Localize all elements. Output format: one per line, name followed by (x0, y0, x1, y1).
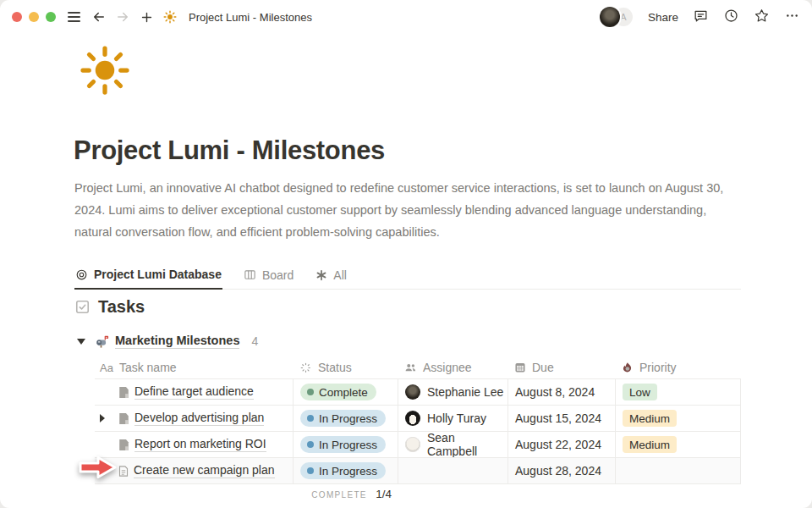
column-header-assignee[interactable]: Assignee (398, 356, 508, 378)
cell-task-name[interactable]: Develop advertising plan (95, 406, 293, 431)
page-sun-icon (160, 7, 180, 27)
status-dot-icon (307, 389, 314, 395)
assignee-people-icon (404, 362, 417, 374)
new-tab-icon[interactable] (136, 7, 156, 27)
notion-window: Project Lumi - Milestones A Share Pr (0, 0, 812, 508)
share-button[interactable]: Share (648, 11, 678, 24)
document-outline-icon (118, 465, 129, 478)
text-property-icon: Aa (100, 362, 113, 374)
cell-status[interactable]: In Progress (293, 406, 398, 431)
cell-task-name[interactable]: Define target audience (95, 379, 293, 405)
status-burst-icon (299, 362, 312, 374)
tasks-section-heading: Tasks (74, 297, 145, 317)
cell-assignee[interactable] (398, 458, 508, 483)
asterisk-icon (315, 269, 327, 281)
close-window-button[interactable] (12, 12, 22, 22)
cell-assignee[interactable]: Sean Campbell (398, 432, 508, 457)
cell-status[interactable]: In Progress (293, 432, 398, 457)
column-header-due[interactable]: Due (508, 356, 615, 378)
window-tab-title: Project Lumi - Milestones (189, 11, 312, 24)
status-dot-icon (307, 441, 314, 448)
status-badge: In Progress (300, 462, 386, 479)
comments-icon[interactable] (693, 8, 709, 27)
page-emoji-sun-icon[interactable] (80, 45, 130, 96)
cell-due[interactable]: August 28, 2024 (508, 458, 615, 483)
cell-assignee[interactable]: Holly Turay (398, 406, 508, 431)
cell-status[interactable]: Complete (293, 379, 398, 405)
column-header-status[interactable]: Status (293, 356, 398, 378)
status-badge: In Progress (300, 410, 386, 427)
calc-label: COMPLETE (311, 490, 366, 500)
cell-status[interactable]: In Progress (293, 458, 398, 483)
status-dot-icon (307, 415, 314, 422)
cell-due[interactable]: August 15, 2024 (508, 406, 615, 431)
tasks-table: Aa Task name Status Assignee Due Priorit… (95, 356, 741, 484)
status-column-calculation[interactable]: COMPLETE 1/4 (293, 486, 392, 501)
click-indicator-icon (77, 455, 118, 480)
back-icon[interactable] (89, 7, 109, 27)
column-header-task-name[interactable]: Aa Task name (95, 356, 293, 378)
status-badge: Complete (300, 384, 376, 400)
cell-priority[interactable] (615, 458, 741, 483)
table-row[interactable]: Define target audience Complete Stephani… (95, 379, 741, 406)
group-toggle-icon[interactable] (77, 339, 85, 345)
target-icon (75, 268, 88, 281)
description-line: Project Lumi, an innovative AI chatbot d… (74, 177, 723, 199)
assignee-avatar (405, 384, 420, 400)
forward-icon[interactable] (112, 7, 133, 27)
minimize-window-button[interactable] (29, 12, 39, 22)
zoom-window-button[interactable] (46, 12, 56, 22)
tasks-checkbox-icon (74, 299, 91, 315)
updates-icon[interactable] (723, 8, 739, 27)
page-description: Project Lumi, an innovative AI chatbot d… (74, 177, 723, 243)
table-row[interactable]: Create new campaign plan In Progress Aug… (95, 458, 741, 484)
cell-priority[interactable]: Medium (615, 406, 741, 431)
priority-badge: Low (623, 384, 657, 400)
table-header-row: Aa Task name Status Assignee Due Priorit… (95, 356, 741, 379)
traffic-lights (12, 12, 56, 22)
priority-flame-icon (622, 362, 634, 373)
tab-all[interactable]: All (315, 263, 348, 289)
group-name[interactable]: Marketing Milestones (115, 334, 239, 349)
cell-assignee[interactable]: Stephanie Lee (398, 379, 508, 405)
assignee-avatar (405, 411, 420, 426)
titlebar: Project Lumi - Milestones A Share (0, 0, 812, 34)
description-line: natural conversation flow, and efficient… (74, 221, 723, 243)
group-header: Marketing Milestones 4 (77, 334, 258, 349)
cell-due[interactable]: August 22, 2024 (508, 432, 615, 457)
status-dot-icon (307, 467, 314, 474)
cell-task-name[interactable]: Report on marketing ROI (95, 432, 293, 457)
avatar (600, 7, 620, 27)
cell-task-name[interactable]: Create new campaign plan (95, 458, 293, 483)
favorite-star-icon[interactable] (754, 8, 770, 27)
column-header-priority[interactable]: Priority (615, 356, 741, 378)
priority-badge: Medium (623, 410, 677, 427)
assignee-avatar (405, 437, 420, 452)
tab-project-lumi-database[interactable]: Project Lumi Database (74, 263, 222, 290)
more-icon[interactable] (784, 8, 800, 27)
document-icon (118, 439, 129, 451)
cell-priority[interactable]: Low (615, 379, 741, 405)
table-row[interactable]: Develop advertising plan In Progress Hol… (95, 406, 741, 432)
page-title: Project Lumi - Milestones (74, 135, 385, 166)
priority-badge: Medium (623, 436, 677, 453)
tasks-title: Tasks (98, 297, 145, 317)
cell-due[interactable]: August 8, 2024 (508, 379, 615, 405)
menu-icon[interactable] (68, 12, 80, 21)
board-columns-icon (244, 268, 256, 281)
table-row[interactable]: Report on marketing ROI In Progress Sean… (95, 432, 741, 458)
view-tabbar: Project Lumi Database Board All (74, 263, 741, 290)
status-badge: In Progress (300, 436, 386, 453)
due-calendar-icon (514, 362, 526, 373)
tab-board[interactable]: Board (243, 263, 294, 289)
document-icon (118, 412, 129, 425)
calc-value: 1/4 (376, 488, 392, 500)
row-expand-icon[interactable] (100, 414, 105, 422)
cell-priority[interactable]: Medium (615, 432, 741, 457)
mailbox-icon (96, 334, 110, 349)
collaborator-avatars[interactable]: A (600, 7, 634, 27)
description-line: 2024. Lumi aims to deliver exceptional c… (74, 199, 723, 221)
document-icon (118, 386, 129, 399)
group-count: 4 (251, 334, 258, 348)
